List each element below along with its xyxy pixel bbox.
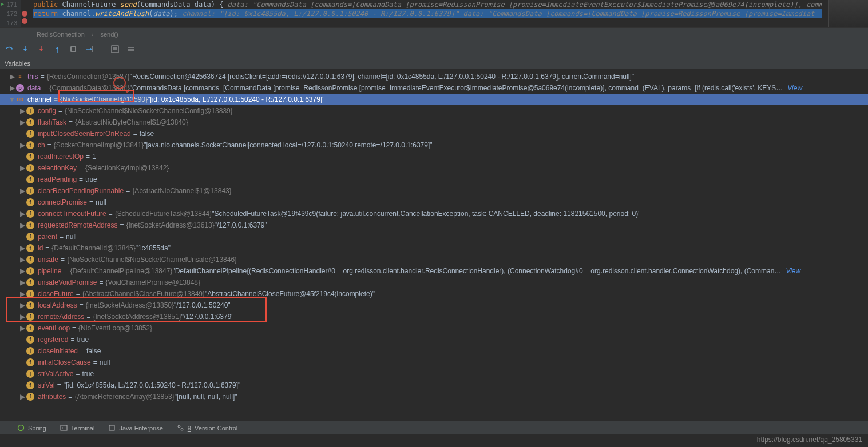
expand-icon[interactable]: ▶ (18, 277, 26, 288)
expand-icon[interactable]: ▶ (18, 208, 26, 219)
svg-point-8 (18, 425, 24, 431)
force-step-into-icon[interactable] (37, 45, 46, 54)
variable-row[interactable]: finitialCloseCause = null (0, 357, 868, 368)
expand-icon[interactable]: ▶ (18, 242, 26, 254)
collapse-icon[interactable]: ▼ (8, 94, 16, 105)
variable-row[interactable]: ▶fclearReadPendingRunnable = {AbstractNi… (0, 185, 868, 197)
step-over-icon[interactable] (5, 45, 14, 54)
variable-row[interactable]: fcloseInitiated = false (0, 345, 868, 357)
svg-rect-2 (112, 46, 118, 53)
variable-row[interactable]: fstrValActive = true (0, 368, 868, 380)
variable-row[interactable]: ▶fconnectTimeoutFuture = {ScheduledFutur… (0, 208, 868, 219)
equals-sign: = (79, 174, 83, 185)
breadcrumb-bar[interactable]: RedisConnection › send() (0, 27, 868, 41)
variable-name: data (27, 82, 41, 94)
variable-row[interactable]: fstrVal = "[id: 0x1c4855da, L:/127.0.0.1… (0, 380, 868, 391)
expand-icon[interactable]: ▶ (18, 300, 26, 311)
expand-icon[interactable]: ▶ (18, 162, 26, 174)
variable-value: false (86, 345, 101, 357)
variable-row[interactable]: ▶frequestedRemoteAddress = {InetSocketAd… (0, 219, 868, 231)
field-badge-icon: f (26, 187, 34, 195)
equals-sign: = (43, 82, 47, 94)
java-enterprise-tool-tab[interactable]: Java Enterprise (108, 424, 162, 432)
breadcrumb-method[interactable]: send() (100, 31, 118, 38)
variable-row[interactable]: fparent = null (0, 231, 868, 242)
field-badge-icon: f (26, 313, 34, 321)
code-editor[interactable]: ▸ 171 172 173 174 public ChannelFuture s… (0, 0, 868, 27)
variable-row[interactable]: ▶fselectionKey = {SelectionKeyImpl@13842… (0, 162, 868, 174)
variable-row[interactable]: ▶≡this = {RedisConnection@13587} "RedisC… (0, 71, 868, 82)
expand-icon[interactable]: ▶ (18, 185, 26, 197)
variable-row[interactable]: ▶flocalAddress = {InetSocketAddress@1385… (0, 300, 868, 311)
expand-icon[interactable]: ▶ (18, 139, 26, 151)
drop-frame-icon[interactable] (69, 45, 78, 54)
variable-row[interactable]: ▶fattributes = {AtomicReferenceArray@138… (0, 391, 868, 402)
view-link[interactable]: View (787, 82, 802, 94)
evaluate-expression-icon[interactable] (110, 45, 120, 54)
expand-icon[interactable]: ▶ (18, 311, 26, 322)
expand-icon[interactable]: ▶ (18, 117, 26, 128)
variable-row[interactable]: ▶funsafeVoidPromise = {VoidChannelPromis… (0, 277, 868, 288)
variable-row[interactable]: fregistered = true (0, 334, 868, 345)
breadcrumb-class[interactable]: RedisConnection (37, 31, 85, 38)
field-badge-icon: f (26, 210, 34, 218)
active-breakpoint-icon[interactable] (22, 18, 27, 24)
expand-icon[interactable]: ▶ (8, 82, 16, 94)
variable-row[interactable]: fconnectPromise = null (0, 197, 868, 208)
expand-icon[interactable]: ▶ (18, 322, 26, 334)
variable-row[interactable]: ▼oochannel = {NioSocketChannel@13590} "[… (0, 94, 868, 105)
svg-rect-10 (109, 425, 114, 430)
code-minimap[interactable] (828, 0, 868, 27)
equals-sign: = (79, 162, 83, 174)
expand-icon[interactable]: ▶ (18, 265, 26, 277)
svg-line-13 (180, 427, 181, 429)
variable-row[interactable]: finputClosedSeenErrorOnRead = false (0, 128, 868, 139)
field-badge-icon: f (26, 256, 34, 264)
view-link[interactable]: View (786, 265, 800, 277)
variable-type: {InetSocketAddress@13851} (93, 311, 181, 322)
variable-row[interactable]: ▶fflushTask = {AbstractNioByteChannel$1@… (0, 117, 868, 128)
run-to-cursor-icon[interactable] (85, 45, 94, 54)
variable-row[interactable]: ▶fcloseFuture = {AbstractChannel$CloseFu… (0, 288, 868, 300)
variable-name: clearReadPendingRunnable (38, 185, 124, 197)
variable-name: unsafeVoidPromise (38, 277, 97, 288)
tool-tab-label: 9: Version Control (188, 425, 237, 432)
breakpoint-gutter[interactable] (22, 0, 30, 27)
parameter: data (153, 10, 170, 18)
variable-row[interactable]: ▶fch = {SocketChannelImpl@13841} "java.n… (0, 139, 868, 151)
variable-row[interactable]: freadInterestOp = 1 (0, 151, 868, 162)
variable-value: "CommandsData [commands=[CommandData [pr… (130, 82, 783, 94)
step-out-icon[interactable] (53, 45, 62, 54)
expand-icon[interactable]: ▶ (18, 105, 26, 117)
code-content[interactable]: public ChannelFuture send(CommandsData d… (33, 0, 822, 27)
step-into-icon[interactable] (21, 45, 30, 54)
terminal-tool-tab[interactable]: Terminal (60, 424, 95, 432)
version-control-tool-tab[interactable]: 9: Version Control (177, 424, 237, 432)
trace-current-stream-icon[interactable] (126, 45, 136, 54)
variable-row[interactable]: freadPending = true (0, 174, 868, 185)
expand-icon[interactable]: ▶ (18, 219, 26, 231)
parameter-badge-icon: p (16, 84, 24, 92)
variable-row[interactable]: ▶fconfig = {NioSocketChannel$NioSocketCh… (0, 105, 868, 117)
variable-row[interactable]: ▶fid = {DefaultChannelId@13845} "1c4855d… (0, 242, 868, 254)
expand-icon[interactable]: ▶ (8, 71, 16, 82)
spring-tool-tab[interactable]: Spring (17, 424, 46, 432)
expand-icon[interactable]: ▶ (18, 391, 26, 402)
variable-row[interactable]: ▶feventLoop = {NioEventLoop@13852} (0, 322, 868, 334)
variable-row[interactable]: ▶funsafe = {NioSocketChannel$NioSocketCh… (0, 254, 868, 265)
variables-panel-header[interactable]: Variables (0, 57, 868, 70)
variable-value: null (66, 231, 77, 242)
variable-row[interactable]: ▶fremoteAddress = {InetSocketAddress@138… (0, 311, 868, 322)
variables-tree[interactable]: ▶≡this = {RedisConnection@13587} "RedisC… (0, 70, 868, 421)
variable-row[interactable]: ▶pdata = {CommandsData@13834} "CommandsD… (0, 82, 868, 94)
field-badge-icon: f (26, 393, 34, 401)
breakpoint-icon[interactable] (22, 11, 27, 17)
variable-type: {RedisConnection@13587} (47, 71, 130, 82)
expand-icon[interactable]: ▶ (18, 254, 26, 265)
variable-row[interactable]: ▶fpipeline = {DefaultChannelPipeline@138… (0, 265, 868, 277)
field-badge-icon: f (26, 290, 34, 298)
expand-icon[interactable]: ▶ (18, 288, 26, 300)
variable-name: registered (38, 334, 68, 345)
variable-name: closeFuture (38, 288, 74, 300)
breadcrumb-separator: › (92, 31, 94, 38)
